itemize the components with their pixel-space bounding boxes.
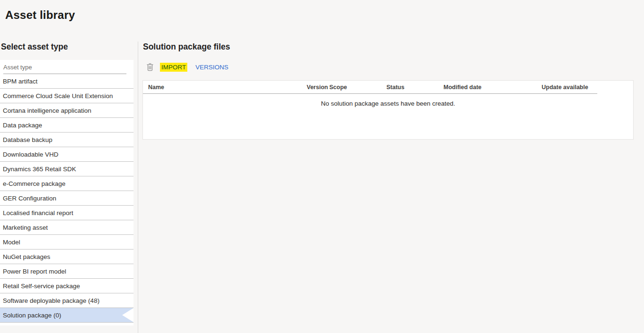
asset-type-list: Asset type BPM artifact Commerce Cloud S…: [0, 60, 134, 325]
asset-type-item-marketing-asset[interactable]: Marketing asset: [0, 220, 134, 235]
asset-type-item-ecommerce-package[interactable]: e-Commerce package: [0, 176, 134, 191]
page-title: Asset library: [5, 8, 75, 22]
asset-type-item-database-backup[interactable]: Database backup: [0, 133, 134, 147]
asset-type-item-power-bi-report-model[interactable]: Power BI report model: [0, 264, 134, 279]
panel-divider: [138, 42, 138, 333]
delete-button[interactable]: [146, 63, 154, 72]
versions-button[interactable]: VERSIONS: [194, 63, 230, 72]
asset-type-item-ger-configuration[interactable]: GER Configuration: [0, 191, 134, 206]
asset-type-list-header: Asset type: [0, 60, 134, 74]
import-button[interactable]: IMPORT: [160, 63, 187, 72]
asset-type-item-model[interactable]: Model: [0, 235, 134, 250]
asset-type-item-cortana-intelligence-application[interactable]: Cortana intelligence application: [0, 103, 134, 118]
right-panel-heading: Solution package files: [143, 42, 230, 52]
solution-package-toolbar: IMPORT VERSIONS: [142, 61, 230, 73]
asset-type-item-software-deployable-package[interactable]: Software deployable package (48): [0, 293, 134, 308]
column-header-scope[interactable]: Scope: [329, 84, 386, 91]
trash-icon: [146, 63, 154, 71]
column-header-modified-date[interactable]: Modified date: [443, 84, 542, 91]
file-table-header-row: Name Version Scope Status Modified date …: [143, 81, 597, 94]
asset-type-item-commerce-cloud-scale-unit-extension[interactable]: Commerce Cloud Scale Unit Extension: [0, 89, 134, 103]
column-header-status[interactable]: Status: [386, 84, 443, 91]
asset-type-item-bpm-artifact[interactable]: BPM artifact: [0, 74, 134, 89]
column-header-name[interactable]: Name: [143, 84, 307, 91]
asset-type-item-nuget-packages[interactable]: NuGet packages: [0, 250, 134, 264]
asset-type-item-data-package[interactable]: Data package: [0, 118, 134, 133]
column-header-update-available[interactable]: Update available: [542, 84, 597, 91]
asset-type-item-retail-self-service-package[interactable]: Retail Self-service package: [0, 279, 134, 293]
asset-type-item-localised-financial-report[interactable]: Localised financial report: [0, 206, 134, 220]
empty-state-message: No solution package assets have been cre…: [143, 100, 633, 107]
column-header-version[interactable]: Version: [307, 84, 329, 91]
asset-type-item-dynamics-365-retail-sdk[interactable]: Dynamics 365 Retail SDK: [0, 162, 134, 176]
asset-type-item-solution-package[interactable]: Solution package (0): [0, 308, 134, 323]
solution-package-files-card: Name Version Scope Status Modified date …: [142, 80, 634, 140]
left-panel-heading: Select asset type: [1, 42, 68, 52]
asset-type-item-downloadable-vhd[interactable]: Downloadable VHD: [0, 147, 134, 162]
